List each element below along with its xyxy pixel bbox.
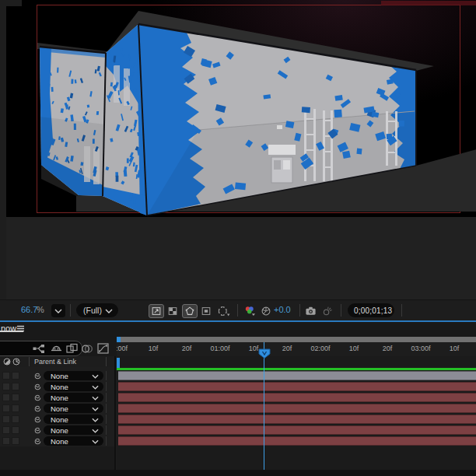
- chevron-down-icon: [92, 418, 99, 422]
- parent-pickwhip-icon[interactable]: [33, 426, 42, 435]
- layer-duration-bar[interactable]: [118, 382, 476, 391]
- grid-guides-icon: [151, 306, 162, 317]
- playhead-handle[interactable]: [258, 348, 271, 359]
- mini-flowchart-button[interactable]: [32, 342, 46, 355]
- layer-row: None: [0, 403, 476, 414]
- parent-link-value: None: [51, 383, 68, 391]
- hide-shy-layers-button[interactable]: [49, 342, 63, 355]
- ruler-label: 10f: [450, 345, 460, 352]
- layer-motion-blur-switch[interactable]: [12, 426, 19, 434]
- layer-duration-bar[interactable]: [118, 404, 476, 413]
- graph-editor-icon: [97, 343, 109, 354]
- layer-duration-bar[interactable]: [118, 415, 476, 424]
- chevron-down-icon: [92, 396, 99, 401]
- parent-pickwhip-icon[interactable]: [33, 415, 42, 424]
- view-options-button[interactable]: [215, 304, 233, 317]
- layer-duration-bar[interactable]: [118, 436, 476, 446]
- layer-row-controls: None: [0, 414, 114, 425]
- layer-quality-switch[interactable]: [2, 383, 10, 390]
- panel-edge: [0, 0, 6, 299]
- parent-link-dropdown[interactable]: None: [44, 415, 103, 424]
- checkerboard-icon: [167, 306, 178, 317]
- chevron-down-icon: [105, 309, 113, 313]
- take-snapshot-button[interactable]: [303, 304, 317, 317]
- work-area-bar[interactable]: [117, 337, 476, 342]
- layer-quality-switch[interactable]: [2, 426, 10, 434]
- parent-link-dropdown[interactable]: None: [44, 371, 103, 380]
- parent-pickwhip-icon[interactable]: [33, 404, 42, 413]
- mini-flowchart-icon: [33, 344, 45, 354]
- layer-motion-blur-switch[interactable]: [12, 404, 19, 412]
- region-of-interest-button[interactable]: [199, 304, 213, 317]
- show-snapshot-icon: [321, 306, 333, 317]
- parent-pickwhip-icon[interactable]: [33, 437, 42, 446]
- layer-duration-bar[interactable]: [118, 425, 476, 435]
- chevron-down-icon: [92, 385, 99, 390]
- parent-link-dropdown[interactable]: None: [44, 382, 103, 391]
- parent-pickwhip-icon[interactable]: [33, 372, 42, 380]
- layer-motion-blur-switch[interactable]: [12, 372, 19, 380]
- zoom-unit: %: [37, 305, 44, 314]
- frame-blend-button[interactable]: [65, 342, 79, 355]
- zoom-value[interactable]: 66.7: [21, 305, 37, 314]
- chevron-down-icon: [92, 374, 99, 379]
- ruler-label: 10f: [249, 345, 259, 352]
- layer-row: None: [0, 436, 476, 446]
- chevron-down-icon: [54, 309, 62, 313]
- ruler-label: 20f: [282, 345, 292, 352]
- layer-quality-switch[interactable]: [2, 404, 10, 412]
- layer-row-controls: None: [0, 436, 114, 447]
- zoom-menu-button[interactable]: [51, 304, 65, 317]
- ruler-label: 20f: [383, 345, 393, 352]
- layer-row-controls: None: [0, 370, 114, 382]
- composition-viewport[interactable]: [6, 0, 476, 217]
- quality-column-icon: [3, 358, 11, 366]
- layer-quality-switch[interactable]: [2, 437, 10, 445]
- parent-link-dropdown[interactable]: None: [44, 404, 103, 413]
- resolution-dropdown[interactable]: (Full): [76, 303, 118, 317]
- exposure-button[interactable]: [259, 304, 273, 317]
- timeline-panel: now: [0, 322, 476, 476]
- region-of-interest-icon: [201, 306, 212, 317]
- camera-icon: [305, 306, 317, 317]
- parent-link-dropdown[interactable]: None: [44, 425, 103, 435]
- playhead-line[interactable]: [264, 342, 264, 470]
- ruler-label: 01:00f: [210, 345, 229, 352]
- layer-row: None: [0, 392, 476, 403]
- exposure-value[interactable]: +0.0: [274, 305, 291, 314]
- layer-motion-blur-switch[interactable]: [12, 394, 19, 401]
- parent-link-dropdown[interactable]: None: [44, 393, 103, 402]
- parent-link-value: None: [51, 415, 68, 424]
- timecode-display[interactable]: 0;00;01;13: [348, 303, 394, 317]
- parent-link-value: None: [51, 437, 68, 446]
- layer-motion-blur-switch[interactable]: [12, 415, 19, 423]
- show-snapshot-button[interactable]: [320, 304, 334, 317]
- work-area-start-bracket[interactable]: [117, 337, 121, 342]
- layer-motion-blur-switch[interactable]: [12, 383, 19, 390]
- layer-duration-bar[interactable]: [118, 393, 476, 402]
- composition-viewer-panel: 66.7 % (Full): [0, 0, 476, 320]
- aperture-icon: [261, 306, 271, 317]
- panel-edge-top: [0, 0, 22, 6]
- channels-button[interactable]: [242, 304, 257, 317]
- layer-quality-switch[interactable]: [2, 415, 10, 423]
- layer-quality-switch[interactable]: [2, 372, 10, 380]
- motion-blur-button[interactable]: [80, 342, 94, 355]
- transparency-grid-button[interactable]: [166, 304, 180, 317]
- layer-quality-switch[interactable]: [2, 394, 10, 401]
- chevron-down-icon: [92, 439, 99, 444]
- layer-duration-bar[interactable]: [118, 371, 476, 380]
- layer-row: None: [0, 414, 476, 425]
- parent-pickwhip-icon[interactable]: [33, 383, 42, 391]
- chevron-down-icon: [92, 407, 99, 411]
- choose-grid-guides-button[interactable]: [149, 304, 164, 318]
- parent-link-dropdown[interactable]: None: [44, 436, 103, 446]
- parent-pickwhip-icon[interactable]: [33, 394, 42, 402]
- layer-motion-blur-switch[interactable]: [12, 437, 19, 445]
- ruler-label: 20f: [182, 345, 192, 352]
- parent-link-value: None: [51, 426, 68, 435]
- ruler-label: 10f: [349, 345, 359, 352]
- shy-layer-icon: [51, 344, 62, 354]
- mask-visibility-button[interactable]: [182, 304, 198, 318]
- graph-editor-button[interactable]: [96, 342, 110, 355]
